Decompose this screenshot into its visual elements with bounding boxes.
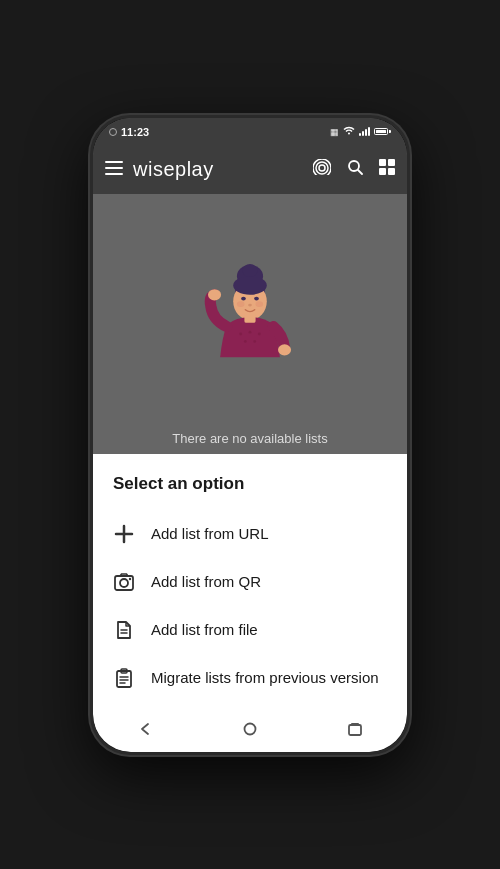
svg-point-20 — [256, 301, 263, 307]
app-bar: wiseplay — [93, 146, 407, 194]
menu-button[interactable] — [105, 159, 123, 180]
svg-point-4 — [316, 162, 328, 174]
migrate-option[interactable]: Migrate lists from previous version — [93, 654, 407, 702]
svg-point-19 — [237, 301, 244, 307]
recents-button[interactable] — [335, 711, 375, 747]
svg-point-23 — [278, 344, 291, 355]
add-file-option[interactable]: Add list from file — [93, 606, 407, 654]
cast-icon[interactable] — [313, 159, 331, 180]
home-button[interactable] — [230, 711, 270, 747]
time-display: 11:23 — [121, 126, 149, 138]
svg-point-24 — [239, 332, 242, 335]
add-qr-option[interactable]: Add list from QR — [93, 558, 407, 606]
main-content: There are no available lists — [93, 194, 407, 454]
nav-bar — [93, 710, 407, 752]
svg-point-15 — [233, 276, 267, 295]
file-icon — [113, 619, 135, 641]
add-qr-label: Add list from QR — [151, 573, 261, 590]
status-bar: 11:23 ▦ — [93, 118, 407, 146]
svg-rect-43 — [351, 723, 359, 725]
svg-point-26 — [258, 332, 261, 335]
svg-line-7 — [358, 170, 362, 174]
svg-point-32 — [120, 579, 128, 587]
svg-point-33 — [129, 577, 131, 579]
svg-point-22 — [208, 289, 221, 300]
volume-down-button[interactable] — [90, 288, 92, 328]
power-button[interactable] — [408, 258, 410, 318]
status-dot — [109, 128, 117, 136]
svg-point-41 — [244, 723, 255, 734]
clipboard-icon — [113, 667, 135, 689]
svg-point-17 — [254, 296, 259, 300]
svg-point-27 — [244, 340, 247, 343]
app-bar-actions — [313, 159, 395, 180]
battery-indicator — [374, 128, 391, 135]
svg-point-13 — [243, 264, 258, 277]
signal-bars — [359, 127, 370, 136]
search-button[interactable] — [347, 159, 363, 180]
svg-point-28 — [253, 340, 256, 343]
grid-view-button[interactable] — [379, 159, 395, 180]
svg-point-18 — [248, 303, 252, 306]
svg-rect-1 — [105, 167, 123, 169]
no-lists-text: There are no available lists — [152, 431, 347, 446]
svg-point-25 — [249, 330, 252, 333]
screen: 11:23 ▦ — [93, 118, 407, 752]
qr-icon — [113, 571, 135, 593]
svg-rect-10 — [379, 168, 386, 175]
wifi-icon — [343, 126, 355, 138]
svg-point-3 — [319, 165, 325, 171]
bottom-sheet: Select an option Add list from URL — [93, 454, 407, 710]
app-title: wiseplay — [133, 158, 303, 181]
person-illustration — [190, 250, 310, 390]
svg-rect-2 — [105, 173, 123, 175]
svg-rect-0 — [105, 161, 123, 163]
migrate-label: Migrate lists from previous version — [151, 669, 379, 686]
status-icons: ▦ — [330, 126, 391, 138]
svg-rect-8 — [379, 159, 386, 166]
sim-icon: ▦ — [330, 127, 339, 137]
svg-rect-21 — [244, 313, 255, 322]
add-file-label: Add list from file — [151, 621, 258, 638]
add-url-option[interactable]: Add list from URL — [93, 510, 407, 558]
plus-icon — [113, 523, 135, 545]
volume-up-button[interactable] — [90, 238, 92, 278]
bottom-sheet-title: Select an option — [93, 474, 407, 510]
svg-rect-11 — [388, 168, 395, 175]
illustration-area: There are no available lists — [93, 194, 407, 454]
status-time-area: 11:23 — [109, 126, 149, 138]
svg-point-16 — [241, 296, 246, 300]
phone-frame: 11:23 ▦ — [90, 115, 410, 755]
svg-rect-42 — [349, 725, 361, 735]
svg-rect-9 — [388, 159, 395, 166]
back-button[interactable] — [125, 711, 165, 747]
add-url-label: Add list from URL — [151, 525, 269, 542]
